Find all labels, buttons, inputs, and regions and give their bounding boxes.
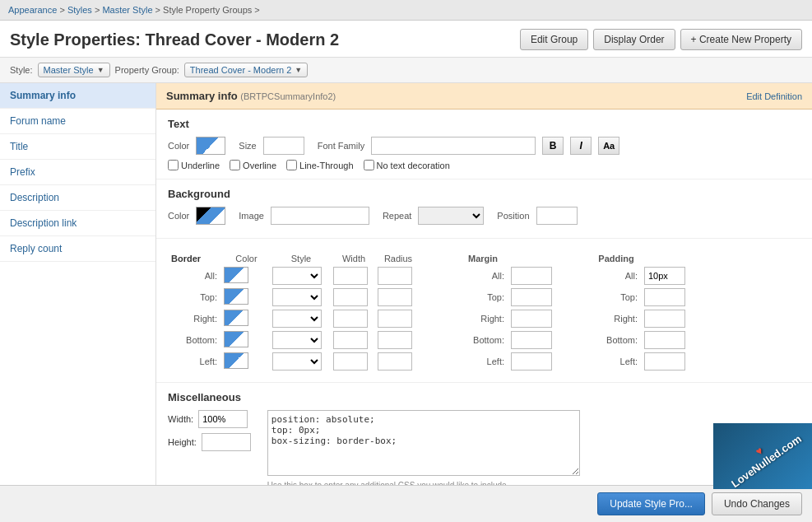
sidebar: Summary info Forum name Title Prefix Des… xyxy=(0,83,156,522)
bg-repeat-select[interactable]: no-repeat repeat repeat-x repeat-y xyxy=(418,207,484,225)
text-font-family-input[interactable] xyxy=(371,137,536,155)
section-title: Summary info (BRTPCSummaryInfo2) xyxy=(166,90,336,102)
sidebar-item-reply-count[interactable]: Reply count xyxy=(0,236,155,262)
padding-row-label-all: All: xyxy=(592,267,641,285)
style-info-bar: Style: Master Style ▼ Property Group: Th… xyxy=(0,58,812,83)
padding-input-top[interactable] xyxy=(644,288,685,306)
bg-color-swatch[interactable] xyxy=(196,207,225,225)
bold-button[interactable]: B xyxy=(542,137,564,155)
watermark-text: ♥ LoveNulled.com xyxy=(722,423,803,489)
breadcrumb-styles[interactable]: Styles xyxy=(67,5,92,15)
border-style-header: Style xyxy=(272,254,330,263)
misc-section-title: Miscellaneous xyxy=(168,391,800,403)
border-radius-input-top[interactable] xyxy=(378,288,412,306)
breadcrumb-master-style[interactable]: Master Style xyxy=(102,5,152,15)
bg-position-input[interactable] xyxy=(536,207,578,225)
breadcrumb-current: Style Property Groups xyxy=(163,5,252,15)
aa-button[interactable]: Aa xyxy=(598,137,619,155)
width-input[interactable] xyxy=(198,410,248,428)
notextdec-checkbox-label[interactable]: No text decoration xyxy=(364,160,450,170)
font-family-label: Font Family xyxy=(318,141,364,151)
size-label: Size xyxy=(239,141,256,151)
sidebar-item-description[interactable]: Description xyxy=(0,185,155,211)
margin-input-top[interactable] xyxy=(511,288,552,306)
border-radius-input-left[interactable] xyxy=(378,352,412,371)
border-width-input-right[interactable] xyxy=(333,310,368,328)
margin-input-right[interactable] xyxy=(511,310,552,328)
border-width-input-top[interactable] xyxy=(333,288,368,306)
overline-checkbox-label[interactable]: Overline xyxy=(230,160,276,170)
breadcrumb: Appearance > Styles > Master Style > Sty… xyxy=(0,0,812,21)
border-width-input-left[interactable] xyxy=(333,352,368,371)
border-radius-input-right[interactable] xyxy=(378,310,412,328)
css-textarea[interactable] xyxy=(267,410,580,476)
breadcrumb-appearance[interactable]: Appearance xyxy=(8,5,57,15)
bmp-table: Border Color Style Width Radius Margin P… xyxy=(168,250,689,374)
padding-input-all[interactable] xyxy=(644,267,685,285)
margin-input-bottom[interactable] xyxy=(511,331,552,349)
width-label: Width: xyxy=(168,414,193,424)
sidebar-item-forum-name[interactable]: Forum name xyxy=(0,109,155,134)
text-size-input[interactable] xyxy=(263,137,304,155)
text-color-swatch[interactable] xyxy=(196,137,225,155)
undo-changes-button[interactable]: Undo Changes xyxy=(712,492,802,515)
sidebar-item-description-link[interactable]: Description link xyxy=(0,211,155,236)
padding-input-right[interactable] xyxy=(644,310,685,328)
border-width-input-all[interactable] xyxy=(333,267,368,285)
padding-row-label-right: Right: xyxy=(592,310,641,328)
border-radius-input-all[interactable] xyxy=(378,267,412,285)
underline-checkbox-label[interactable]: Underline xyxy=(168,160,220,170)
misc-left: Width: Height: xyxy=(168,410,251,451)
color-label: Color xyxy=(168,141,189,151)
padding-input-left[interactable] xyxy=(644,352,685,371)
border-section-label: Border xyxy=(171,254,220,263)
misc-grid: Width: Height: Use this box to enter any… xyxy=(168,410,800,490)
property-group-value: Thread Cover - Modern 2 xyxy=(190,65,292,75)
border-style-select-right[interactable]: solid dashed dotted xyxy=(272,310,322,328)
padding-row-label-left: Left: xyxy=(592,352,641,371)
sidebar-item-summary-info[interactable]: Summary info xyxy=(0,83,155,109)
bmp-row-left: Left: solid dashed dotted Left: xyxy=(171,352,685,371)
border-color-swatch-top[interactable] xyxy=(224,288,248,305)
border-style-select-all[interactable]: solid dashed dotted xyxy=(272,267,322,285)
property-group-arrow: ▼ xyxy=(295,66,302,74)
style-label: Style: xyxy=(10,65,33,75)
display-order-button[interactable]: Display Order xyxy=(593,29,675,50)
bg-position-label: Position xyxy=(497,211,529,221)
border-color-swatch-right[interactable] xyxy=(224,310,248,326)
background-section: Background Color Image Repeat no-repeat … xyxy=(156,179,812,239)
border-width-input-bottom[interactable] xyxy=(333,331,368,349)
margin-input-left[interactable] xyxy=(511,352,552,371)
sidebar-item-title[interactable]: Title xyxy=(0,134,155,160)
linethrough-checkbox-label[interactable]: Line-Through xyxy=(286,160,353,170)
border-color-swatch-all[interactable] xyxy=(224,267,248,283)
overline-checkbox[interactable] xyxy=(230,160,240,170)
margin-input-all[interactable] xyxy=(511,267,552,285)
style-dropdown[interactable]: Master Style ▼ xyxy=(38,63,110,77)
border-radius-input-bottom[interactable] xyxy=(378,331,412,349)
border-style-select-left[interactable]: solid dashed dotted xyxy=(272,352,322,371)
edit-group-button[interactable]: Edit Group xyxy=(520,29,588,50)
height-input[interactable] xyxy=(202,433,251,451)
border-style-select-bottom[interactable]: solid dashed dotted xyxy=(272,331,322,349)
border-color-swatch-left[interactable] xyxy=(224,352,248,369)
border-style-select-top[interactable]: solid dashed dotted xyxy=(272,288,322,306)
sidebar-item-prefix[interactable]: Prefix xyxy=(0,160,155,185)
underline-checkbox[interactable] xyxy=(168,160,179,170)
notextdec-checkbox[interactable] xyxy=(364,160,374,170)
margin-row-label-left: Left: xyxy=(458,352,508,371)
margin-row-label-right: Right: xyxy=(458,310,508,328)
padding-input-bottom[interactable] xyxy=(644,331,685,349)
edit-definition-link[interactable]: Edit Definition xyxy=(746,91,802,101)
linethrough-checkbox[interactable] xyxy=(286,160,297,170)
bg-image-input[interactable] xyxy=(271,207,369,225)
create-new-property-button[interactable]: + Create New Property xyxy=(680,29,802,50)
page-header: Style Properties: Thread Cover - Modern … xyxy=(0,21,812,58)
italic-button[interactable]: I xyxy=(570,137,592,155)
border-color-swatch-bottom[interactable] xyxy=(224,331,248,347)
main-layout: Summary info Forum name Title Prefix Des… xyxy=(0,83,812,522)
margin-row-label-all: All: xyxy=(458,267,508,285)
property-group-dropdown[interactable]: Thread Cover - Modern 2 ▼ xyxy=(184,63,308,77)
update-style-button[interactable]: Update Style Pro... xyxy=(597,492,705,515)
border-row-label-bottom: Bottom: xyxy=(171,331,220,349)
